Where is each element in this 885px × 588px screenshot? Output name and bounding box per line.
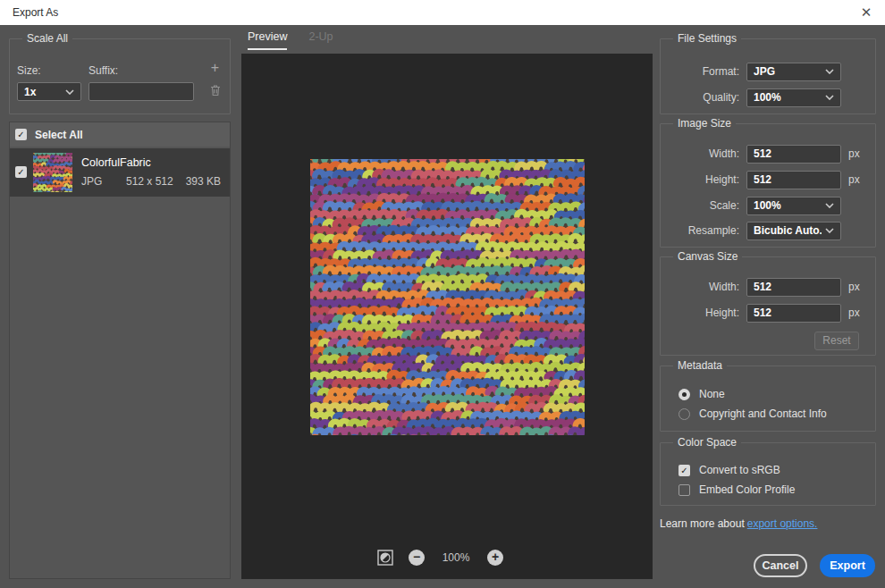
resample-label: Resample: xyxy=(661,224,739,237)
metadata-legend: Metadata xyxy=(673,359,727,372)
file-dimensions: 512 x 512 xyxy=(126,175,173,188)
scale-all-group: Scale All Size: Suffix: + 1x xyxy=(9,38,231,114)
radio-none[interactable] xyxy=(678,389,690,400)
size-select-value: 1x xyxy=(24,86,36,98)
file-thumbnail xyxy=(33,153,72,192)
canvas-width-unit: px xyxy=(848,281,860,293)
chevron-down-icon xyxy=(825,69,834,74)
resample-row: Resample: Bicubic Auto... xyxy=(661,221,868,240)
export-button[interactable]: Export xyxy=(820,554,875,577)
scale-label: Scale: xyxy=(661,199,739,212)
quality-select[interactable]: 100% xyxy=(746,88,841,107)
metadata-none-label: None xyxy=(699,388,725,400)
color-space-group: Color Space ✓ Convert to sRGB Embed Colo… xyxy=(660,442,876,506)
learn-more-text: Learn more aboutexport options. xyxy=(660,517,817,530)
dialog-title: Export As xyxy=(13,6,58,19)
chevron-down-icon xyxy=(65,89,74,95)
height-label: Height: xyxy=(661,173,739,186)
image-size-group: Image Size Width: px Height: px Scale: 1… xyxy=(660,123,876,248)
canvas-size-group: Canvas Size Width: px Height: px Reset xyxy=(660,256,876,356)
resample-select[interactable]: Bicubic Auto... xyxy=(746,222,841,240)
file-list-item[interactable]: ✓ ColorfulFabric JPG 512 x 512 393 KB xyxy=(10,148,230,197)
file-settings-legend: File Settings xyxy=(673,32,741,45)
scale-select[interactable]: 100% xyxy=(746,197,841,215)
width-label: Width: xyxy=(661,147,739,160)
preview-image xyxy=(310,159,585,435)
close-icon[interactable]: ✕ xyxy=(858,4,874,21)
canvas-width-row: Width: px xyxy=(661,277,868,297)
height-unit: px xyxy=(848,173,860,186)
suffix-input[interactable] xyxy=(88,82,194,101)
image-height-input[interactable] xyxy=(746,171,841,189)
image-size-legend: Image Size xyxy=(673,117,736,130)
select-all-label: Select All xyxy=(35,129,83,141)
canvas-height-unit: px xyxy=(848,307,860,319)
quality-row: Quality: 100% xyxy=(661,88,868,107)
scale-all-legend: Scale All xyxy=(22,32,72,45)
preview-area: − 100% + xyxy=(241,54,653,579)
canvas-height-row: Height: px xyxy=(661,303,868,323)
canvas-height-label: Height: xyxy=(661,307,739,319)
metadata-none-option[interactable]: None xyxy=(678,387,725,401)
format-label: Format: xyxy=(661,65,739,78)
format-select[interactable]: JPG xyxy=(746,63,841,81)
fit-view-icon[interactable] xyxy=(377,550,393,566)
canvas-height-input[interactable] xyxy=(746,304,841,323)
export-as-dialog: Scale All Size: Suffix: + 1x ✓ Select Al… xyxy=(0,25,885,588)
file-format: JPG xyxy=(81,175,102,188)
metadata-copyright-option[interactable]: Copyright and Contact Info xyxy=(678,407,827,421)
embed-profile-option[interactable]: Embed Color Profile xyxy=(678,483,795,497)
file-name: ColorfulFabric xyxy=(81,156,151,169)
learn-more-label: Learn more about xyxy=(660,517,745,530)
metadata-group: Metadata None Copyright and Contact Info xyxy=(660,365,876,432)
file-settings-group: File Settings Format: JPG Quality: 100% xyxy=(660,38,876,114)
convert-srgb-checkbox[interactable]: ✓ xyxy=(678,465,690,476)
resample-value: Bicubic Auto... xyxy=(754,224,822,237)
embed-profile-checkbox[interactable] xyxy=(678,484,690,496)
add-scale-icon[interactable]: + xyxy=(211,61,219,75)
scale-row: Scale: 100% xyxy=(661,196,868,215)
tab-2up[interactable]: 2-Up xyxy=(308,30,333,50)
quality-value: 100% xyxy=(754,91,781,104)
embed-profile-label: Embed Color Profile xyxy=(699,483,795,496)
image-width-row: Width: px xyxy=(661,144,868,164)
canvas-width-input[interactable] xyxy=(746,278,841,297)
convert-srgb-label: Convert to sRGB xyxy=(699,464,780,476)
preview-tabbar: Preview 2-Up xyxy=(248,30,333,50)
canvas-size-legend: Canvas Size xyxy=(673,250,742,263)
chevron-down-icon xyxy=(825,228,834,233)
tab-preview[interactable]: Preview xyxy=(248,30,287,50)
chevron-down-icon xyxy=(825,95,834,100)
format-value: JPG xyxy=(754,65,775,78)
zoom-level: 100% xyxy=(440,551,472,564)
dialog-titlebar: Export As ✕ xyxy=(0,0,885,25)
select-all-row[interactable]: ✓ Select All xyxy=(10,122,230,147)
quality-label: Quality: xyxy=(661,91,739,104)
select-all-checkbox[interactable]: ✓ xyxy=(15,129,27,140)
scale-value: 100% xyxy=(754,199,781,212)
file-checkbox[interactable]: ✓ xyxy=(15,166,27,178)
canvas-width-label: Width: xyxy=(661,281,739,293)
metadata-copyright-label: Copyright and Contact Info xyxy=(699,407,827,420)
file-size: 393 KB xyxy=(186,175,221,188)
image-width-input[interactable] xyxy=(746,145,841,164)
format-row: Format: JPG xyxy=(661,62,868,81)
size-label: Size: xyxy=(17,64,41,77)
width-unit: px xyxy=(848,147,860,160)
export-options-link[interactable]: export options. xyxy=(747,517,818,530)
zoom-in-icon[interactable]: + xyxy=(487,550,503,566)
zoom-out-icon[interactable]: − xyxy=(409,550,425,566)
color-space-legend: Color Space xyxy=(673,436,741,449)
zoom-controls: − 100% + xyxy=(377,547,503,568)
chevron-down-icon xyxy=(825,203,834,208)
cancel-button[interactable]: Cancel xyxy=(754,554,807,577)
size-select[interactable]: 1x xyxy=(17,82,81,101)
file-list-panel: ✓ Select All ✓ ColorfulFabric JPG 512 x … xyxy=(9,122,231,579)
reset-button[interactable]: Reset xyxy=(814,332,859,350)
convert-srgb-option[interactable]: ✓ Convert to sRGB xyxy=(678,463,780,477)
trash-icon[interactable] xyxy=(210,84,221,99)
radio-copyright[interactable] xyxy=(678,408,690,420)
suffix-label: Suffix: xyxy=(88,64,118,77)
image-height-row: Height: px xyxy=(661,170,868,189)
